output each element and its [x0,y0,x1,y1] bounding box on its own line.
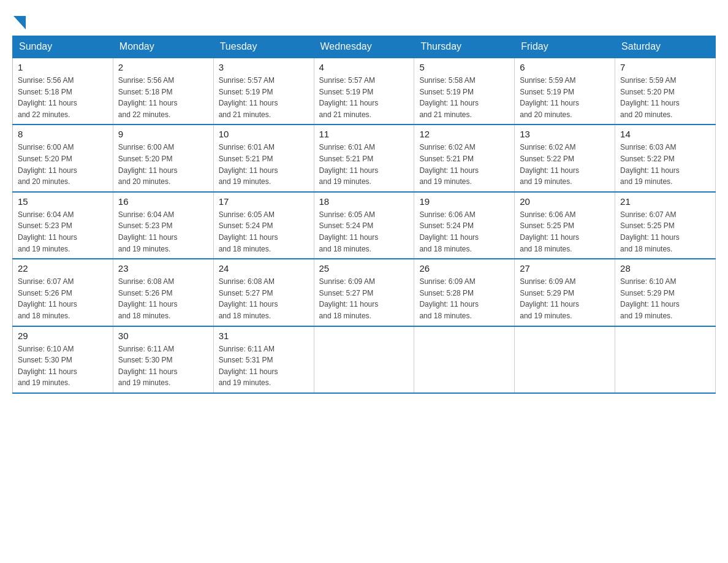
calendar-cell: 4 Sunrise: 5:57 AMSunset: 5:19 PMDayligh… [314,58,414,124]
calendar-week-row: 1 Sunrise: 5:56 AMSunset: 5:18 PMDayligh… [13,58,716,124]
day-info: Sunrise: 6:01 AMSunset: 5:21 PMDaylight:… [319,142,409,187]
calendar-cell: 5 Sunrise: 5:58 AMSunset: 5:19 PMDayligh… [414,58,515,124]
day-number: 23 [118,263,208,274]
calendar-cell: 14 Sunrise: 6:03 AMSunset: 5:22 PMDaylig… [615,124,716,191]
calendar-cell: 17 Sunrise: 6:05 AMSunset: 5:24 PMDaylig… [213,192,314,259]
day-number: 14 [620,129,710,139]
day-info: Sunrise: 5:59 AMSunset: 5:19 PMDaylight:… [520,75,610,120]
calendar-cell [314,326,414,393]
day-info: Sunrise: 6:11 AMSunset: 5:31 PMDaylight:… [219,343,309,389]
logo-arrow-icon [13,16,26,29]
calendar-cell: 25 Sunrise: 6:09 AMSunset: 5:27 PMDaylig… [314,259,414,326]
day-info: Sunrise: 6:11 AMSunset: 5:30 PMDaylight:… [118,343,208,389]
day-number: 29 [18,331,108,341]
day-info: Sunrise: 6:04 AMSunset: 5:23 PMDaylight:… [118,209,208,255]
calendar-cell: 27 Sunrise: 6:09 AMSunset: 5:29 PMDaylig… [515,259,615,326]
day-number: 25 [319,263,409,274]
day-info: Sunrise: 5:57 AMSunset: 5:19 PMDaylight:… [319,75,409,120]
column-header-monday: Monday [113,36,213,58]
calendar-cell: 15 Sunrise: 6:04 AMSunset: 5:23 PMDaylig… [13,192,113,259]
calendar-cell: 21 Sunrise: 6:07 AMSunset: 5:25 PMDaylig… [615,192,716,259]
day-number: 30 [118,331,208,341]
day-number: 1 [18,62,108,72]
day-number: 24 [219,263,309,274]
day-info: Sunrise: 6:09 AMSunset: 5:27 PMDaylight:… [319,276,409,321]
day-info: Sunrise: 5:58 AMSunset: 5:19 PMDaylight:… [419,75,509,120]
day-info: Sunrise: 5:56 AMSunset: 5:18 PMDaylight:… [18,75,108,120]
calendar-cell: 10 Sunrise: 6:01 AMSunset: 5:21 PMDaylig… [213,124,314,191]
calendar-cell: 26 Sunrise: 6:09 AMSunset: 5:28 PMDaylig… [414,259,515,326]
calendar-cell: 3 Sunrise: 5:57 AMSunset: 5:19 PMDayligh… [213,58,314,124]
day-number: 13 [520,129,610,139]
day-number: 9 [118,129,208,139]
day-info: Sunrise: 6:03 AMSunset: 5:22 PMDaylight:… [620,142,710,187]
day-info: Sunrise: 6:05 AMSunset: 5:24 PMDaylight:… [319,209,409,255]
calendar-cell: 29 Sunrise: 6:10 AMSunset: 5:30 PMDaylig… [13,326,113,393]
calendar-cell: 20 Sunrise: 6:06 AMSunset: 5:25 PMDaylig… [515,192,615,259]
calendar-cell: 24 Sunrise: 6:08 AMSunset: 5:27 PMDaylig… [213,259,314,326]
day-number: 18 [319,196,409,207]
day-info: Sunrise: 6:00 AMSunset: 5:20 PMDaylight:… [118,142,208,187]
calendar-cell: 16 Sunrise: 6:04 AMSunset: 5:23 PMDaylig… [113,192,213,259]
calendar-cell: 7 Sunrise: 5:59 AMSunset: 5:20 PMDayligh… [615,58,716,124]
day-number: 11 [319,129,409,139]
day-number: 15 [18,196,108,207]
day-info: Sunrise: 6:07 AMSunset: 5:25 PMDaylight:… [620,209,710,255]
day-info: Sunrise: 6:06 AMSunset: 5:24 PMDaylight:… [419,209,509,255]
day-info: Sunrise: 6:02 AMSunset: 5:21 PMDaylight:… [419,142,509,187]
calendar-cell: 30 Sunrise: 6:11 AMSunset: 5:30 PMDaylig… [113,326,213,393]
day-number: 20 [520,196,610,207]
day-number: 4 [319,62,409,72]
day-number: 6 [520,62,610,72]
calendar-cell: 9 Sunrise: 6:00 AMSunset: 5:20 PMDayligh… [113,124,213,191]
day-info: Sunrise: 6:08 AMSunset: 5:26 PMDaylight:… [118,276,208,321]
day-number: 2 [118,62,208,72]
day-info: Sunrise: 6:04 AMSunset: 5:23 PMDaylight:… [18,209,108,255]
day-info: Sunrise: 6:02 AMSunset: 5:22 PMDaylight:… [520,142,610,187]
calendar-cell: 22 Sunrise: 6:07 AMSunset: 5:26 PMDaylig… [13,259,113,326]
day-number: 8 [18,129,108,139]
day-info: Sunrise: 6:09 AMSunset: 5:28 PMDaylight:… [419,276,509,321]
day-number: 7 [620,62,710,72]
calendar-week-row: 29 Sunrise: 6:10 AMSunset: 5:30 PMDaylig… [13,326,716,393]
day-info: Sunrise: 5:57 AMSunset: 5:19 PMDaylight:… [219,75,309,120]
calendar-cell: 28 Sunrise: 6:10 AMSunset: 5:29 PMDaylig… [615,259,716,326]
day-number: 21 [620,196,710,207]
calendar-cell: 18 Sunrise: 6:05 AMSunset: 5:24 PMDaylig… [314,192,414,259]
logo-icon [12,15,26,29]
day-number: 28 [620,263,710,274]
day-info: Sunrise: 6:00 AMSunset: 5:20 PMDaylight:… [18,142,108,187]
column-header-friday: Friday [515,36,615,58]
calendar-week-row: 8 Sunrise: 6:00 AMSunset: 5:20 PMDayligh… [13,124,716,191]
calendar-table: SundayMondayTuesdayWednesdayThursdayFrid… [12,36,716,394]
calendar-cell: 1 Sunrise: 5:56 AMSunset: 5:18 PMDayligh… [13,58,113,124]
calendar-week-row: 22 Sunrise: 6:07 AMSunset: 5:26 PMDaylig… [13,259,716,326]
day-number: 5 [419,62,509,72]
day-number: 17 [219,196,309,207]
day-number: 12 [419,129,509,139]
day-info: Sunrise: 6:01 AMSunset: 5:21 PMDaylight:… [219,142,309,187]
day-number: 22 [18,263,108,274]
calendar-cell: 8 Sunrise: 6:00 AMSunset: 5:20 PMDayligh… [13,124,113,191]
day-info: Sunrise: 6:05 AMSunset: 5:24 PMDaylight:… [219,209,309,255]
calendar-cell: 31 Sunrise: 6:11 AMSunset: 5:31 PMDaylig… [213,326,314,393]
calendar-cell: 11 Sunrise: 6:01 AMSunset: 5:21 PMDaylig… [314,124,414,191]
calendar-cell [615,326,716,393]
calendar-header-row: SundayMondayTuesdayWednesdayThursdayFrid… [13,36,716,58]
calendar-cell [414,326,515,393]
calendar-cell: 6 Sunrise: 5:59 AMSunset: 5:19 PMDayligh… [515,58,615,124]
logo [12,12,26,29]
calendar-week-row: 15 Sunrise: 6:04 AMSunset: 5:23 PMDaylig… [13,192,716,259]
day-info: Sunrise: 6:07 AMSunset: 5:26 PMDaylight:… [18,276,108,321]
column-header-saturday: Saturday [615,36,716,58]
column-header-wednesday: Wednesday [314,36,414,58]
column-header-thursday: Thursday [414,36,515,58]
page-header [12,12,716,29]
svg-marker-0 [13,16,26,29]
day-info: Sunrise: 5:56 AMSunset: 5:18 PMDaylight:… [118,75,208,120]
day-info: Sunrise: 5:59 AMSunset: 5:20 PMDaylight:… [620,75,710,120]
day-info: Sunrise: 6:08 AMSunset: 5:27 PMDaylight:… [219,276,309,321]
day-number: 31 [219,331,309,341]
day-number: 16 [118,196,208,207]
day-number: 10 [219,129,309,139]
